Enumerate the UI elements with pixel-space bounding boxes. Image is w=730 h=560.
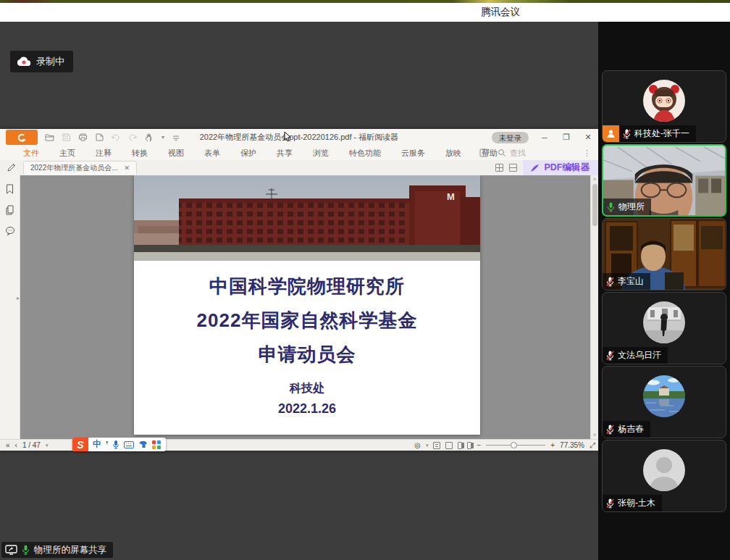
pdf-editor-button[interactable]: PDF编辑器: [523, 160, 599, 175]
view-mode-icon[interactable]: ◎: [414, 441, 421, 449]
export-page-icon[interactable]: [96, 133, 104, 141]
continuous-view-icon[interactable]: [445, 442, 453, 449]
close-button[interactable]: ✕: [582, 133, 594, 142]
navigation-panel: [0, 175, 20, 439]
zoom-in-button[interactable]: +: [550, 441, 555, 449]
find-search-label: 查找: [510, 148, 526, 159]
scroll-up-icon[interactable]: ˄: [593, 176, 597, 183]
slide-title-line2: 2022年国家自然科学基金: [134, 304, 480, 338]
participant-name: 张朝-土木: [618, 497, 655, 509]
sogou-logo-icon[interactable]: S: [72, 438, 88, 451]
zoom-tool-icon[interactable]: [479, 149, 490, 157]
tile-view-icon[interactable]: [495, 164, 503, 172]
split-view-icon[interactable]: [509, 164, 517, 172]
ime-skin-icon[interactable]: [138, 440, 148, 448]
foxit-logo-icon[interactable]: [6, 130, 38, 145]
page-indicator[interactable]: 1 / 47: [22, 441, 41, 449]
mic-muted-icon: [606, 351, 614, 361]
menu-share[interactable]: 共享: [267, 148, 303, 159]
document-tab-label: 2022年物理所基金动员会...: [30, 163, 118, 173]
participant-tile[interactable]: 文法乌日汗: [602, 292, 726, 364]
menu-form[interactable]: 表单: [194, 148, 230, 159]
view-mode-caret-icon[interactable]: ▾: [426, 443, 429, 448]
screen-share-banner: 物理所的屏幕共享: [1, 542, 113, 558]
building-photo: M: [134, 175, 480, 261]
pdf-viewer-window: ▾ 2022年物理所基金动员会ppt-20220126.pdf - 福昕阅读器 …: [0, 129, 598, 451]
annotate-pencil-icon[interactable]: [7, 163, 16, 172]
login-status-badge[interactable]: 未登录: [492, 132, 529, 143]
page-dropdown-icon[interactable]: ▾: [46, 443, 49, 448]
placeholder-avatar: [643, 449, 685, 491]
zoom-slider[interactable]: [486, 445, 545, 446]
lake-scenery-avatar: [643, 375, 685, 417]
ime-voice-icon[interactable]: [112, 440, 119, 449]
menu-features[interactable]: 特色功能: [339, 148, 391, 159]
undo-icon[interactable]: [112, 134, 120, 141]
pdf-menubar: 文件 主页 注释 转换 视图 表单 保护 共享 浏览 特色功能 云服务 放映 帮…: [0, 146, 598, 160]
participant-tile[interactable]: 张朝-土木: [602, 440, 726, 512]
avatar: [643, 80, 685, 122]
menu-cloud[interactable]: 云服务: [391, 148, 435, 159]
zoom-level[interactable]: 77.35%: [560, 441, 584, 449]
ime-keyboard-icon[interactable]: [124, 441, 134, 448]
search-icon: [498, 149, 506, 157]
bookmarks-panel-icon[interactable]: [5, 184, 14, 194]
facing-view-icon[interactable]: [458, 442, 462, 449]
panel-expander-icon[interactable]: ▸: [17, 295, 20, 301]
menu-playback[interactable]: 放映: [435, 148, 471, 159]
print-icon[interactable]: [78, 133, 88, 141]
slide-title-line1: 中国科学院物理研究所: [134, 269, 480, 304]
prev-page-button[interactable]: ‹: [15, 441, 17, 449]
facing-continuous-view-icon[interactable]: [467, 442, 471, 449]
comments-panel-icon[interactable]: [5, 226, 15, 235]
ime-toolbox-icon[interactable]: [152, 440, 161, 449]
more-options-icon[interactable]: ⋮: [583, 149, 591, 158]
participant-name: 李宝山: [618, 275, 644, 288]
redo-icon[interactable]: [128, 134, 137, 141]
menu-file[interactable]: 文件: [13, 148, 49, 159]
document-tab[interactable]: 2022年物理所基金动员会... ✕: [23, 161, 137, 175]
customize-toolbar-icon[interactable]: [172, 134, 180, 141]
menu-browse[interactable]: 浏览: [303, 148, 339, 159]
find-search-box[interactable]: 查找: [498, 148, 576, 159]
participant-tile[interactable]: 李宝山: [602, 218, 726, 291]
menu-convert[interactable]: 转换: [122, 148, 158, 159]
zoom-out-button[interactable]: −: [477, 441, 481, 449]
screen-share-label: 物理所的屏幕共享: [34, 544, 106, 556]
restore-button[interactable]: ❐: [561, 133, 572, 142]
participant-tile[interactable]: 科技处-张千一: [602, 70, 726, 143]
save-icon[interactable]: [62, 133, 70, 141]
ime-punctuation-icon[interactable]: ’: [106, 440, 108, 450]
avatar: [643, 375, 685, 417]
menu-home[interactable]: 主页: [49, 148, 85, 159]
bw-photo-avatar: [643, 301, 685, 343]
menu-protect[interactable]: 保护: [230, 148, 267, 159]
avatar: [643, 301, 685, 343]
single-page-view-icon[interactable]: [433, 442, 440, 449]
meeting-titlebar: 腾讯会议: [0, 3, 730, 22]
hand-tool-caret-icon[interactable]: ▾: [161, 134, 164, 141]
screen-share-stage: 录制中 ▾ 2022年物理所基金: [0, 22, 598, 560]
mic-muted-icon: [606, 498, 614, 509]
menu-view[interactable]: 视图: [158, 148, 194, 159]
hand-tool-icon[interactable]: [145, 133, 154, 142]
cartoon-girl-avatar: [643, 80, 685, 122]
zoom-slider-knob[interactable]: [511, 442, 517, 448]
participant-tile[interactable]: 杨吉春: [602, 366, 726, 438]
tab-close-icon[interactable]: ✕: [125, 164, 130, 172]
ime-language-toggle[interactable]: 中: [93, 438, 101, 451]
participant-tile[interactable]: 物理所: [602, 144, 726, 217]
scroll-down-icon[interactable]: ˅: [593, 432, 597, 438]
first-page-button[interactable]: «: [6, 441, 10, 449]
minimize-button[interactable]: ─: [539, 133, 550, 142]
menu-comment[interactable]: 注释: [85, 148, 122, 159]
scrollbar-thumb[interactable]: [592, 184, 597, 226]
participant-name: 科技处-张千一: [634, 128, 689, 140]
mic-muted-icon: [606, 425, 614, 435]
pages-panel-icon[interactable]: [5, 205, 14, 215]
participant-name: 文法乌日汗: [618, 349, 661, 362]
open-file-icon[interactable]: [45, 133, 54, 141]
fullscreen-icon[interactable]: ⤢: [590, 441, 595, 450]
recording-indicator[interactable]: 录制中: [10, 51, 73, 72]
vertical-scrollbar[interactable]: ˄ ˅: [590, 175, 598, 439]
